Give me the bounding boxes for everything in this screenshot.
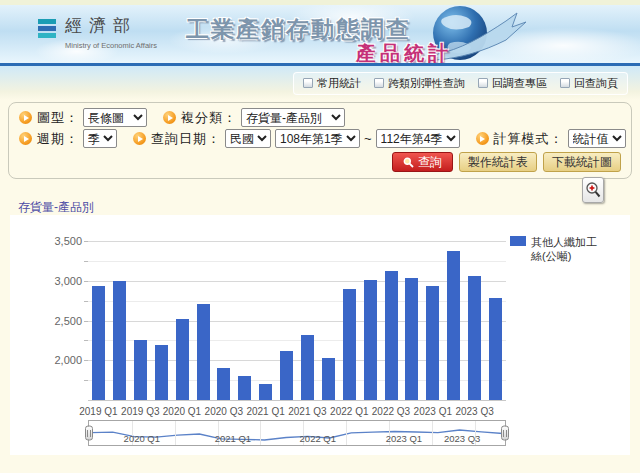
bar-2022-Q4[interactable] — [405, 278, 418, 400]
nav-link-back-to-query[interactable]: 回查詢頁 — [560, 76, 618, 91]
navigator-gridline — [260, 421, 261, 445]
bar-2023-Q2[interactable] — [447, 251, 460, 400]
arrow-bullet-icon — [133, 132, 146, 145]
subcategory-select[interactable]: 存貨量-產品別 — [241, 108, 345, 127]
navigator-label: 2020 Q1 — [124, 433, 160, 444]
bar-2022-Q3[interactable] — [385, 271, 398, 400]
chart-type-select[interactable]: 長條圖 — [83, 108, 147, 127]
gridline — [88, 321, 506, 322]
agency-name-en: Ministry of Economic Affairs — [65, 41, 157, 50]
nav-link-common-stats[interactable]: 常用統計 — [303, 76, 361, 91]
date-range-label: 查詢日期： — [151, 130, 221, 148]
nav-link-survey-zone[interactable]: 回調查專區 — [478, 76, 547, 91]
zoom-chart-button[interactable] — [582, 177, 604, 203]
navigator-handle-right[interactable] — [501, 426, 509, 441]
bar-2021-Q1[interactable] — [259, 384, 272, 400]
make-table-button[interactable]: 製作統計表 — [459, 152, 537, 172]
date-separator: ~ — [364, 131, 372, 146]
era-select[interactable]: 民國 — [225, 129, 271, 148]
y-axis-tick — [84, 380, 88, 381]
navigator-gridline — [432, 421, 433, 445]
query-button[interactable]: 查詢 — [392, 152, 453, 172]
gridline — [88, 261, 506, 262]
bar-2019-Q3[interactable] — [134, 340, 147, 400]
gridline — [88, 281, 506, 282]
date-from-select[interactable]: 108年第1季 — [275, 129, 360, 148]
window-icon — [560, 78, 570, 88]
period-select[interactable]: 季 — [83, 129, 117, 148]
nav-link-label: 回查詢頁 — [574, 76, 618, 91]
nav-link-cross-category-query[interactable]: 跨類別彈性查詢 — [374, 76, 465, 91]
bar-2019-Q1[interactable] — [92, 286, 105, 401]
bar-2022-Q1[interactable] — [343, 289, 356, 400]
site-banner: 經濟部 Ministry of Economic Affairs 工業產銷存動態… — [0, 5, 640, 63]
bar-2022-Q2[interactable] — [364, 280, 377, 400]
top-nav: 常用統計 跨類別彈性查詢 回調查專區 回查詢頁 — [293, 72, 628, 95]
gridline — [88, 241, 506, 242]
bar-2023-Q4[interactable] — [489, 298, 502, 400]
chart-type-label: 圖型： — [37, 109, 79, 127]
moea-logo[interactable]: 經濟部 Ministry of Economic Affairs — [38, 14, 157, 50]
y-axis-label: 3,000 — [40, 275, 82, 287]
x-axis-label: 2022 Q1 — [330, 406, 368, 417]
x-axis-label: 2019 Q3 — [121, 406, 159, 417]
query-form-panel: 圖型： 長條圖 複分類： 存貨量-產品別 週期： 季 查詢日期： 民國 108年… — [8, 102, 632, 179]
y-axis-tick — [84, 321, 88, 322]
x-axis-line — [88, 400, 506, 401]
gridline — [88, 340, 506, 341]
y-axis-label: 2,000 — [40, 354, 82, 366]
range-navigator[interactable]: 2020 Q12021 Q12022 Q12023 Q12023 Q3 — [88, 420, 506, 446]
query-button-label: 查詢 — [418, 154, 442, 171]
arrow-bullet-icon — [476, 132, 489, 145]
agency-name-zh: 經濟部 — [65, 14, 157, 37]
bar-2021-Q3[interactable] — [301, 335, 314, 400]
y-axis-tick — [84, 360, 88, 361]
x-axis-label: 2021 Q1 — [246, 406, 284, 417]
bar-2021-Q2[interactable] — [280, 351, 293, 400]
x-axis-label: 2021 Q3 — [288, 406, 326, 417]
bar-2020-Q4[interactable] — [238, 376, 251, 400]
download-chart-button[interactable]: 下載統計圖 — [543, 152, 621, 172]
chart-legend[interactable]: 其他人纖加工絲(公噸) — [510, 235, 606, 264]
magnifier-icon — [403, 157, 414, 168]
x-axis-label: 2022 Q3 — [372, 406, 410, 417]
plot-area: 2,0002,5003,0003,5002019 Q12019 Q32020 Q… — [88, 215, 506, 415]
y-axis-label: 2,500 — [40, 315, 82, 327]
window-icon — [374, 78, 384, 88]
x-axis-label: 2023 Q3 — [455, 406, 493, 417]
calc-mode-select[interactable]: 統計值 — [568, 129, 626, 148]
calc-mode-label: 計算模式： — [494, 130, 564, 148]
y-axis-tick — [84, 281, 88, 282]
x-axis-label: 2019 Q1 — [79, 406, 117, 417]
bar-2020-Q3[interactable] — [217, 368, 230, 400]
chart-title: 存貨量-產品別 — [18, 199, 94, 216]
x-axis-label: 2023 Q1 — [414, 406, 452, 417]
arrow-bullet-icon — [19, 111, 32, 124]
y-axis-tick — [84, 241, 88, 242]
arrow-bullet-icon — [163, 111, 176, 124]
gridline — [88, 301, 506, 302]
bar-2019-Q4[interactable] — [155, 345, 168, 400]
bar-2023-Q1[interactable] — [426, 286, 439, 400]
bar-2023-Q3[interactable] — [468, 276, 481, 400]
y-axis-tick — [84, 340, 88, 341]
nav-link-label: 常用統計 — [317, 76, 361, 91]
y-axis-tick — [84, 301, 88, 302]
gridline — [88, 360, 506, 361]
chart-area: 2,0002,5003,0003,5002019 Q12019 Q32020 Q… — [10, 215, 630, 455]
navigator-handle-left[interactable] — [85, 426, 93, 441]
bar-2021-Q4[interactable] — [322, 358, 335, 400]
y-axis-tick — [84, 261, 88, 262]
nav-link-label: 跨類別彈性查詢 — [388, 76, 465, 91]
bar-2020-Q1[interactable] — [176, 319, 189, 400]
legend-swatch — [510, 236, 526, 246]
arrow-bullet-icon — [19, 132, 32, 145]
x-axis-label: 2020 Q3 — [205, 406, 243, 417]
bar-2019-Q2[interactable] — [113, 281, 126, 400]
moea-logo-mark-icon — [38, 19, 56, 50]
gridline — [88, 380, 506, 381]
window-icon — [303, 78, 313, 88]
zoom-in-magnifier-icon — [585, 181, 601, 199]
date-to-select[interactable]: 112年第4季 — [376, 129, 460, 148]
bar-2020-Q2[interactable] — [197, 304, 210, 400]
